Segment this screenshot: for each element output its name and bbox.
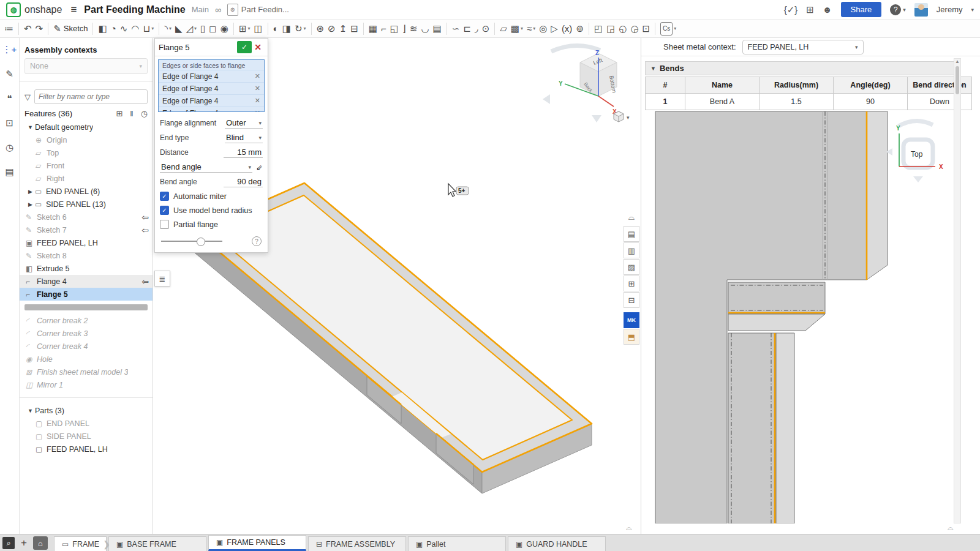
tree-item-sketch-6[interactable]: ✎Sketch 6⇦ — [20, 211, 153, 223]
onshape-logo-text[interactable]: onshape — [24, 4, 62, 15]
help-icon[interactable]: ? — [252, 236, 262, 246]
flat-tab[interactable] — [728, 282, 825, 331]
sheet-metal-context-dropdown[interactable]: FEED PANEL, LH ▾ — [742, 40, 864, 54]
transform-button[interactable]: ↻▾ — [293, 22, 308, 36]
plane-button[interactable]: ▱ — [498, 22, 509, 36]
tree-item-sketch-8[interactable]: ✎Sketch 8 — [20, 249, 153, 262]
help-menu[interactable]: ? ▾ — [890, 4, 906, 15]
chevron-down-icon[interactable]: ▾ — [521, 26, 523, 31]
slot-button[interactable]: ⊏ — [461, 22, 473, 36]
onshape-logo-icon[interactable]: ◍ — [6, 2, 21, 17]
sketch-fillet-button[interactable]: ⊙ — [480, 22, 492, 36]
flat-pattern-view-icon[interactable]: ▨ — [624, 259, 639, 275]
bend-button[interactable]: ≋ — [408, 22, 420, 36]
linear-pattern-button[interactable]: ⊞▾ — [237, 22, 252, 36]
tree-item-front[interactable]: ▱Front — [20, 159, 153, 172]
tree-item-flange-5[interactable]: ⌐Flange 5 — [20, 288, 153, 301]
feature-list-popup-button[interactable]: ≣ — [154, 271, 170, 287]
flat-pattern-button[interactable]: ▤ — [431, 22, 443, 36]
app-store-icon[interactable]: ⊞ — [806, 4, 814, 15]
tree-item-end-panel[interactable]: ▢END PANEL — [20, 417, 153, 430]
chevron-down-icon[interactable]: ▾ — [971, 7, 974, 13]
field-dropdown[interactable]: Bend angle▾ — [160, 162, 252, 173]
column-header[interactable]: Radius(mm) — [760, 77, 834, 94]
chevron-right-icon[interactable]: ▶ — [26, 201, 35, 208]
tree-item-end-panel-6-[interactable]: ▶▭END PANEL (6) — [20, 185, 153, 198]
rotate-down-arrow[interactable] — [592, 115, 601, 122]
tree-item-side-panel-13-[interactable]: ▶▭SIDE PANEL (13) — [20, 198, 153, 211]
checkbox[interactable]: ✓ — [160, 206, 169, 215]
column-header[interactable]: Name — [685, 77, 760, 94]
chamfer-button[interactable]: ◣ — [173, 22, 184, 36]
sheet-metal-model-button[interactable]: ▦ — [367, 22, 379, 36]
tree-item-side-panel[interactable]: ▢SIDE PANEL — [20, 430, 153, 443]
spline-button[interactable]: ∽ — [450, 22, 462, 36]
tab-base-frame[interactable]: ▣BASE FRAME — [108, 536, 206, 551]
tab-frame-panels[interactable]: ▣FRAME PANELS — [208, 535, 306, 551]
table-cell[interactable]: Down — [908, 94, 972, 110]
column-header[interactable]: # — [646, 77, 685, 94]
table-cell[interactable]: 1 — [646, 94, 685, 110]
add-tab-button[interactable]: + — [21, 537, 27, 549]
branch-name[interactable]: Main — [192, 5, 209, 14]
appearance-button[interactable]: ◶ — [628, 22, 640, 36]
delete-face-button[interactable]: ⊘ — [326, 22, 337, 36]
chevron-down-icon[interactable]: ▾ — [169, 26, 172, 31]
featurescript-icon[interactable]: {✓} — [784, 4, 798, 15]
tree-item-flange-4[interactable]: ⌐Flange 4⇦ — [20, 275, 153, 288]
insert-icon[interactable]: ⋮+ — [2, 44, 17, 55]
flange-button[interactable]: ⌐ — [379, 22, 388, 36]
chevron-down-icon[interactable]: ▾ — [304, 26, 306, 31]
modify-fillet-button[interactable]: ⊛ — [315, 22, 326, 36]
variable-button[interactable]: (x) — [560, 22, 575, 36]
fit-view-icon[interactable]: ⌓ — [626, 523, 632, 532]
tree-item-right[interactable]: ▱Right — [20, 172, 153, 185]
helix-button[interactable]: ◎ — [537, 22, 549, 36]
hem-button[interactable]: ◡ — [419, 22, 431, 36]
box-view-icon[interactable]: ⬒ — [624, 329, 639, 345]
link-icon[interactable]: ∞ — [215, 5, 221, 15]
filter-input[interactable] — [34, 89, 148, 104]
tree-item-parts-3-[interactable]: ▼Parts (3) — [20, 404, 153, 417]
frame-button[interactable]: ⊚ — [574, 22, 586, 36]
tree-item-sketch-7[interactable]: ✎Sketch 7⇦ — [20, 223, 153, 236]
publish-button[interactable]: ◰ — [592, 22, 605, 36]
sweep-button[interactable]: ∿ — [118, 22, 130, 36]
flip-direction-icon[interactable]: ⇙ — [256, 163, 263, 172]
avatar[interactable] — [914, 3, 928, 17]
checkbox[interactable]: ✓ — [160, 192, 169, 201]
checkbox[interactable] — [160, 220, 169, 229]
mk-badge-icon[interactable]: MK — [624, 312, 639, 328]
pause-updates-icon[interactable]: ‖ — [130, 109, 133, 118]
chevron-down-icon[interactable]: ▾ — [194, 26, 197, 31]
confirm-button[interactable]: ✓ — [237, 41, 252, 53]
remove-selection-icon[interactable]: ✕ — [255, 109, 260, 112]
thicken-button[interactable]: ⊔▾ — [141, 22, 156, 36]
corner-break-button[interactable]: ◞ — [473, 22, 480, 36]
tree-item-hole[interactable]: ◉Hole — [20, 353, 153, 365]
composite-part-button[interactable]: ▩▾ — [509, 22, 525, 36]
selection-item[interactable]: Edge of Flange 4✕ — [159, 82, 264, 94]
remove-selection-icon[interactable]: ✕ — [255, 72, 260, 80]
move-face-button[interactable]: ↥ — [337, 22, 349, 36]
tree-item-corner-break-4[interactable]: ◜Corner break 4 — [20, 340, 153, 353]
flat-pattern-canvas[interactable]: Top Y X — [641, 110, 954, 523]
checkbox-row[interactable]: ✓Use model bend radius — [155, 203, 268, 217]
flat-view-gizmo[interactable]: Top Y X — [886, 121, 943, 182]
column-header[interactable]: Angle(deg) — [834, 77, 908, 94]
sm-annotations-icon[interactable]: ⊟ — [624, 292, 639, 308]
history-icon[interactable]: ◷ — [6, 142, 13, 153]
tree-item-corner-break-3[interactable]: ◜Corner break 3 — [20, 327, 153, 340]
feature-list-button[interactable]: ≔ — [2, 22, 15, 36]
rollback-bar[interactable] — [24, 304, 148, 310]
filter-icon[interactable]: ▽ — [24, 92, 31, 102]
flat-bottom-strip[interactable] — [728, 333, 794, 523]
boolean-button[interactable]: ◐ — [271, 22, 281, 36]
export-button[interactable]: ◵ — [617, 22, 628, 36]
checkbox-row[interactable]: Partial flange — [155, 217, 268, 231]
appearance-icon[interactable]: ⊡ — [6, 118, 13, 129]
comments-icon[interactable]: ❝ — [7, 93, 12, 104]
view-cube[interactable]: Left Back Bottom Z Y X — [543, 45, 617, 122]
rotate-arrow[interactable] — [551, 45, 600, 51]
tree-item-extrude-5[interactable]: ◧Extrude 5 — [20, 262, 153, 275]
